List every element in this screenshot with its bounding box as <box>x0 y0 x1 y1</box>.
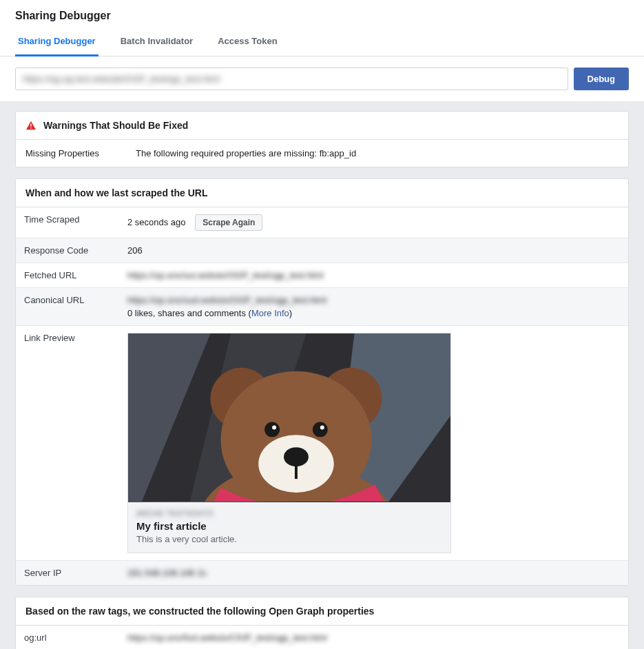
table-row: Link Preview <box>16 326 628 561</box>
preview-domain: ARCHE TESTSOHTS <box>136 509 442 517</box>
tab-batch-invalidator[interactable]: Batch Invalidator <box>118 29 196 56</box>
preview-image <box>128 333 450 502</box>
preview-description: This is a very cool article. <box>136 534 442 544</box>
svg-rect-0 <box>30 123 31 126</box>
tab-sharing-debugger[interactable]: Sharing Debugger <box>15 29 98 56</box>
fetched-url-label: Fetched URL <box>16 263 119 288</box>
preview-meta: ARCHE TESTSOHTS My first article This is… <box>128 502 450 553</box>
table-row: og:url https://op.onx/foxl.webstx/CKIP_t… <box>16 626 628 649</box>
svg-rect-1 <box>30 127 31 128</box>
scrape-header: When and how we last scraped the URL <box>16 179 628 207</box>
debug-button[interactable]: Debug <box>574 68 629 90</box>
scrape-panel: When and how we last scraped the URL Tim… <box>15 178 629 586</box>
link-preview-value: ARCHE TESTSOHTS My first article This is… <box>119 326 628 561</box>
server-ip-value: 281.548.108.106 2c <box>119 561 628 586</box>
svg-point-15 <box>320 425 324 429</box>
fetched-url-value: https://op.onx/sui.wobstx/OGP_test/ogp_t… <box>119 263 628 288</box>
canonical-url-label: Canonical URL <box>16 288 119 326</box>
warning-icon <box>25 121 37 130</box>
tabs: Sharing Debugger Batch Invalidator Acces… <box>0 29 644 56</box>
table-row: Canonical URL https://op.onx/sud.wobstx/… <box>16 288 628 326</box>
url-input[interactable]: https://og-og-test.website/OGP_testings_… <box>15 68 568 90</box>
og-url-label: og:url <box>16 626 119 649</box>
warnings-header: Warnings That Should Be Fixed <box>16 112 628 140</box>
table-row: Time Scraped 2 seconds ago Scrape Again <box>16 207 628 238</box>
og-header: Based on the raw tags, we constructed th… <box>16 597 628 626</box>
canonical-url-value: https://op.onx/sud.wobstx/OGP_test/ogp_t… <box>119 288 628 326</box>
warning-row: Missing Properties The following require… <box>16 140 628 167</box>
svg-point-11 <box>284 447 309 466</box>
server-ip-label: Server IP <box>16 561 119 586</box>
warnings-title: Warnings That Should Be Fixed <box>43 120 188 131</box>
warning-value: The following required properties are mi… <box>136 148 619 158</box>
link-preview-label: Link Preview <box>16 326 119 561</box>
svg-point-14 <box>272 425 276 429</box>
table-row: Server IP 281.548.108.106 2c <box>16 561 628 586</box>
table-row: Response Code 206 <box>16 238 628 263</box>
warning-label: Missing Properties <box>25 148 136 158</box>
og-panel: Based on the raw tags, we constructed th… <box>15 597 629 649</box>
svg-point-12 <box>264 422 280 437</box>
content-area: Warnings That Should Be Fixed Missing Pr… <box>0 101 644 649</box>
svg-point-13 <box>313 422 328 437</box>
warnings-panel: Warnings That Should Be Fixed Missing Pr… <box>15 111 629 167</box>
more-info-link[interactable]: More Info <box>251 308 289 318</box>
table-row: Fetched URL https://op.onx/sui.wobstx/OG… <box>16 263 628 288</box>
link-preview-card: ARCHE TESTSOHTS My first article This is… <box>127 333 451 553</box>
tab-access-token[interactable]: Access Token <box>215 29 280 56</box>
scrape-again-button[interactable]: Scrape Again <box>195 214 262 231</box>
og-url-value: https://op.onx/foxl.webstx/CKIP_test/ogp… <box>119 626 628 649</box>
preview-title: My first article <box>136 520 442 532</box>
page-title: Sharing Debugger <box>0 0 644 29</box>
response-code-label: Response Code <box>16 238 119 263</box>
time-scraped-value: 2 seconds ago Scrape Again <box>119 207 628 238</box>
response-code-value: 206 <box>119 238 628 263</box>
input-row: https://og-og-test.website/OGP_testings_… <box>0 56 644 101</box>
time-scraped-label: Time Scraped <box>16 207 119 238</box>
